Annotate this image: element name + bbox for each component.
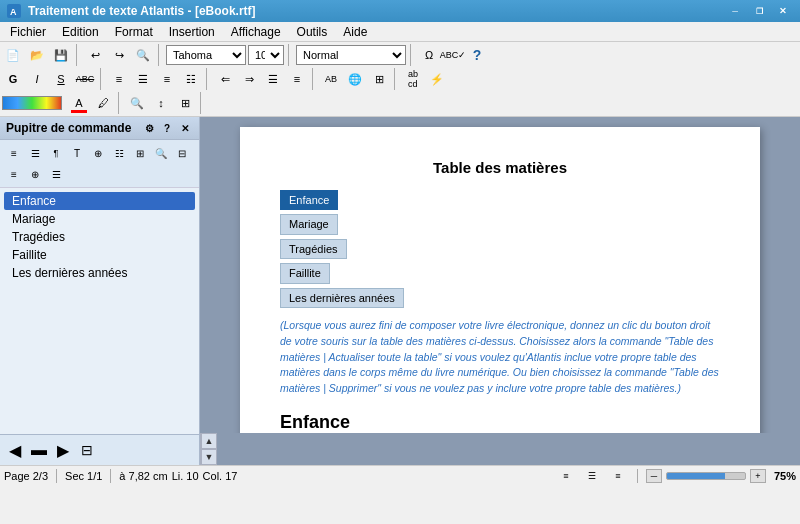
sb-btn3[interactable]: ¶	[46, 143, 66, 163]
web-btn[interactable]: 🌐	[344, 68, 366, 90]
menu-insertion[interactable]: Insertion	[161, 22, 223, 41]
sb-bottom-btn3[interactable]: ▶	[52, 439, 74, 461]
scroll-up-btn[interactable]: ▲	[201, 433, 217, 449]
sidebar-title: Pupitre de commande	[6, 121, 131, 135]
sb-bottom-btn1[interactable]: ◀	[4, 439, 26, 461]
align-right-btn[interactable]: ≡	[156, 68, 178, 90]
highlight-btn[interactable]: 🖊	[92, 92, 114, 114]
sb-bottom-btn2[interactable]: ▬	[28, 439, 50, 461]
sep1	[76, 44, 80, 66]
status-zoom-minus[interactable]: ─	[646, 469, 662, 483]
toc-entries: Enfance Mariage Tragédies Faillite Les d…	[280, 188, 720, 311]
sb-bottom-btn4[interactable]: ⊟	[76, 439, 98, 461]
lightning-btn[interactable]: ⚡	[426, 68, 448, 90]
undo-btn[interactable]: ↩	[84, 44, 106, 66]
zoom-progress-bar	[666, 472, 746, 480]
align-left-btn[interactable]: ≡	[108, 68, 130, 90]
sep6	[206, 68, 210, 90]
sidebar-item-tragedies[interactable]: Tragédies	[4, 228, 195, 246]
toc-entry-faillite[interactable]: Faillite	[280, 263, 330, 284]
underline-btn[interactable]: S	[50, 68, 72, 90]
scrollbar-vertical[interactable]: ▲ ▼	[200, 433, 216, 465]
font-select[interactable]: Tahoma	[166, 45, 246, 65]
sb-btn7[interactable]: ⊞	[130, 143, 150, 163]
toolbar-row-3: A 🖊 🔍 ↕ ⊞	[2, 92, 798, 114]
font-color-btn[interactable]: A	[68, 92, 90, 114]
sb-btn10[interactable]: ≡	[4, 164, 24, 184]
sb-btn1[interactable]: ≡	[4, 143, 24, 163]
menu-affichage[interactable]: Affichage	[223, 22, 289, 41]
sep4	[410, 44, 414, 66]
status-align-btn1[interactable]: ≡	[555, 465, 577, 487]
window-title: Traitement de texte Atlantis - [eBook.rt…	[28, 4, 724, 18]
size-select[interactable]: 10	[248, 45, 284, 65]
status-zoom-plus[interactable]: +	[750, 469, 766, 483]
redo-btn[interactable]: ↪	[108, 44, 130, 66]
sidebar-item-enfance[interactable]: Enfance	[4, 192, 195, 210]
sep9	[118, 92, 122, 114]
italic-btn[interactable]: I	[26, 68, 48, 90]
status-align-btn3[interactable]: ≡	[607, 465, 629, 487]
menu-edition[interactable]: Edition	[54, 22, 107, 41]
help-btn[interactable]: ?	[466, 44, 488, 66]
table-btn[interactable]: ⊞	[368, 68, 390, 90]
toc-entry-enfance[interactable]: Enfance	[280, 190, 338, 211]
sidebar-header-icons: ⚙ ? ✕	[141, 120, 193, 136]
sidebar-settings-icon[interactable]: ⚙	[141, 120, 157, 136]
scroll-down-btn[interactable]: ▼	[201, 449, 217, 465]
menu-aide[interactable]: Aide	[335, 22, 375, 41]
line-spacing-btn[interactable]: ↕	[150, 92, 172, 114]
spellcheck-btn[interactable]: abcd	[402, 68, 424, 90]
close-button[interactable]: ✕	[772, 0, 794, 22]
sidebar-item-faillite[interactable]: Faillite	[4, 246, 195, 264]
save-btn[interactable]: 💾	[50, 44, 72, 66]
toc-title: Table des matières	[280, 157, 720, 180]
toc-entry-tragedies[interactable]: Tragédies	[280, 239, 347, 260]
menu-outils[interactable]: Outils	[289, 22, 336, 41]
sb-btn6[interactable]: ☷	[109, 143, 129, 163]
style-select[interactable]: Normal Titre 1 Titre 2	[296, 45, 406, 65]
svg-text:A: A	[10, 7, 17, 17]
sb-btn2[interactable]: ☰	[25, 143, 45, 163]
restore-button[interactable]: ❐	[748, 0, 770, 22]
sb-btn4[interactable]: T	[67, 143, 87, 163]
chapter-title: Enfance	[280, 409, 720, 433]
toc-entry-mariage[interactable]: Mariage	[280, 214, 338, 235]
sb-btn8[interactable]: 🔍	[151, 143, 171, 163]
find-btn[interactable]: 🔍	[132, 44, 154, 66]
abc-check-btn[interactable]: ABC✓	[442, 44, 464, 66]
align-center-btn[interactable]: ☰	[132, 68, 154, 90]
menu-fichier[interactable]: Fichier	[2, 22, 54, 41]
status-sep3	[637, 469, 638, 483]
sb-btn9[interactable]: ⊟	[172, 143, 192, 163]
list-ordered-btn[interactable]: ≡	[286, 68, 308, 90]
minimize-button[interactable]: ─	[724, 0, 746, 22]
view-zoom-in-btn[interactable]: 🔍	[126, 92, 148, 114]
sb-btn5[interactable]: ⊕	[88, 143, 108, 163]
bookmark-btn[interactable]: ⊞	[174, 92, 196, 114]
indent-dec-btn[interactable]: ⇐	[214, 68, 236, 90]
strikethrough-btn[interactable]: ABC	[74, 68, 96, 90]
bold-btn[interactable]: G	[2, 68, 24, 90]
status-col: Col. 17	[203, 470, 238, 482]
indent-inc-btn[interactable]: ⇒	[238, 68, 260, 90]
sidebar-close-icon[interactable]: ✕	[177, 120, 193, 136]
open-btn[interactable]: 📂	[26, 44, 48, 66]
sep5	[100, 68, 104, 90]
align-justify-btn[interactable]: ☷	[180, 68, 202, 90]
menu-format[interactable]: Format	[107, 22, 161, 41]
sb-btn12[interactable]: ☰	[46, 164, 66, 184]
sidebar-item-mariage[interactable]: Mariage	[4, 210, 195, 228]
toc-entry-dernieres-annees[interactable]: Les dernières années	[280, 288, 404, 309]
sidebar-item-dernieres-annees[interactable]: Les dernières années	[4, 264, 195, 282]
status-sec: Sec 1/1	[65, 470, 102, 482]
caps-btn[interactable]: AB	[320, 68, 342, 90]
toolbar-area: 📄 📂 💾 ↩ ↪ 🔍 Tahoma 10 Normal Titre 1 Tit…	[0, 42, 800, 117]
sep7	[312, 68, 316, 90]
status-align-btn2[interactable]: ☰	[581, 465, 603, 487]
sidebar-help-icon[interactable]: ?	[159, 120, 175, 136]
new-btn[interactable]: 📄	[2, 44, 24, 66]
sb-btn11[interactable]: ⊕	[25, 164, 45, 184]
list-unordered-btn[interactable]: ☰	[262, 68, 284, 90]
special-chars-btn[interactable]: Ω	[418, 44, 440, 66]
